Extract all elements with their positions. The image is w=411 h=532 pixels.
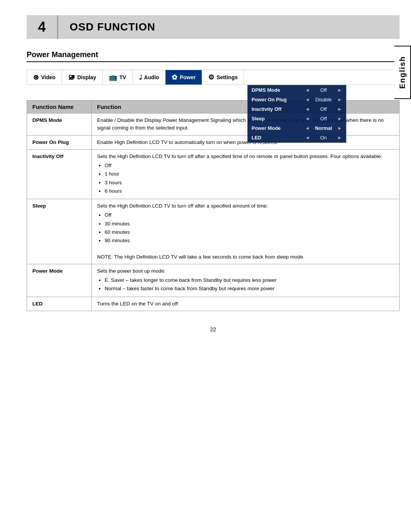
sleep-arrow-right[interactable]: ► [337, 116, 342, 121]
chapter-number: 4 [27, 15, 58, 39]
osd-menu-wrapper: ⊛ Video 🖳 Display 📺 TV ♩ Audio ✿ Power [27, 70, 400, 85]
power-menu-row-plug: Power On Plug ◄ Disable ► [248, 95, 346, 104]
video-icon: ⊛ [33, 73, 39, 81]
tab-display[interactable]: 🖳 Display [62, 70, 103, 85]
inactivity-arrow-right[interactable]: ► [337, 106, 342, 112]
inactivity-text: Sets the High Definition LCD TV to turn … [97, 153, 382, 159]
power-menu-row-led: LED ◄ On ► [248, 133, 346, 142]
mode-arrow-right[interactable]: ► [337, 125, 342, 131]
power-menu-row-inactivity: Inactivity Off ◄ Off ► [248, 104, 346, 114]
plug-arrow-right[interactable]: ► [337, 97, 342, 102]
power-menu-row-sleep: Sleep ◄ Off ► [248, 114, 346, 123]
tab-video[interactable]: ⊛ Video [27, 70, 62, 85]
plug-label: Power On Plug [252, 97, 305, 102]
table-row: Sleep Sets the High Definition LCD TV to… [27, 199, 400, 264]
tab-power[interactable]: ✿ Power [166, 70, 202, 85]
tv-icon: 📺 [109, 73, 117, 81]
list-item: 60 minutes [105, 228, 394, 236]
table-row: LED Turns the LED on the TV on and off [27, 297, 400, 311]
dpms-value: Off [312, 87, 335, 93]
row-name-mode: Power Mode [27, 264, 92, 297]
mode-list: E. Saver – takes longer to come back fro… [105, 276, 394, 293]
power-icon: ✿ [172, 73, 177, 81]
col-function-name: Function Name [27, 101, 92, 113]
inactivity-label: Inactivity Off [252, 106, 305, 112]
chapter-header: 4 OSD FUNCTION [27, 15, 400, 39]
settings-icon: ⚙ [208, 73, 214, 81]
list-item: 6 hours [105, 187, 394, 195]
list-item: Off [105, 211, 394, 219]
row-name-inactivity: Inactivity Off [27, 149, 92, 199]
plug-value: Disable [312, 97, 335, 102]
tab-audio-label: Audio [144, 74, 159, 80]
english-sidebar: English [394, 46, 411, 99]
sleep-arrow-left[interactable]: ◄ [305, 116, 310, 121]
row-name-sleep: Sleep [27, 199, 92, 264]
row-name-led: LED [27, 297, 92, 311]
list-item: E. Saver – takes longer to come back fro… [105, 276, 394, 284]
display-icon: 🖳 [68, 73, 75, 81]
sleep-note: NOTE: The High Definition LCD TV will ta… [97, 254, 304, 260]
mode-label: Power Mode [252, 125, 305, 131]
row-func-dpms: Enable / Disable the Display Power Manag… [92, 113, 400, 136]
row-func-plug: Enable High Definition LCD TV to automat… [92, 135, 400, 149]
page-number: 22 [27, 326, 400, 332]
led-arrow-right[interactable]: ► [337, 135, 342, 141]
table-row: Inactivity Off Sets the High Definition … [27, 149, 400, 199]
dpms-arrow-left[interactable]: ◄ [305, 87, 310, 93]
table-row: Power Mode Sets the power boot up mode: … [27, 264, 400, 297]
tab-audio[interactable]: ♩ Audio [133, 70, 166, 85]
mode-value: Normal [312, 125, 335, 131]
list-item: Off [105, 162, 394, 169]
mode-arrow-left[interactable]: ◄ [305, 125, 310, 131]
sleep-label: Sleep [252, 116, 305, 121]
section-title: Power Management [27, 50, 400, 62]
dpms-arrow-right[interactable]: ► [337, 87, 342, 93]
plug-arrow-left[interactable]: ◄ [305, 97, 310, 102]
tab-settings[interactable]: ⚙ Settings [202, 70, 244, 85]
list-item: 90 minutes [105, 237, 394, 244]
list-item: 30 minutes [105, 220, 394, 228]
tab-tv-label: TV [119, 74, 126, 80]
power-menu-row-dpms: DPMS Mode ◄ Off ► [248, 85, 346, 95]
tab-power-label: Power [180, 74, 196, 80]
inactivity-list: Off 1 hour 3 hours 6 hours [105, 162, 394, 195]
audio-icon: ♩ [139, 73, 142, 81]
led-label: LED [252, 135, 305, 141]
dpms-label: DPMS Mode [252, 87, 305, 93]
led-arrow-left[interactable]: ◄ [305, 135, 310, 141]
inactivity-value: Off [312, 106, 335, 112]
power-menu-row-mode: Power Mode ◄ Normal ► [248, 123, 346, 133]
list-item: 3 hours [105, 179, 394, 187]
list-item: 1 hour [105, 170, 394, 178]
row-name-plug: Power On Plug [27, 135, 92, 149]
led-value: On [312, 135, 335, 141]
row-func-sleep: Sets the High Definition LCD TV to turn … [92, 199, 400, 264]
tab-tv[interactable]: 📺 TV [103, 70, 133, 85]
tab-display-label: Display [77, 74, 96, 80]
chapter-title: OSD FUNCTION [58, 17, 167, 37]
sleep-text: Sets the High Definition LCD TV to turn … [97, 203, 268, 209]
inactivity-arrow-left[interactable]: ◄ [305, 106, 310, 112]
power-dropdown-menu: DPMS Mode ◄ Off ► Power On Plug ◄ Disabl… [247, 85, 346, 143]
row-func-led: Turns the LED on the TV on and off [92, 297, 400, 311]
sleep-value: Off [312, 116, 335, 121]
col-function: Function [92, 101, 400, 113]
mode-text: Sets the power boot up mode: [97, 268, 166, 274]
osd-menu: ⊛ Video 🖳 Display 📺 TV ♩ Audio ✿ Power [27, 70, 400, 85]
row-func-mode: Sets the power boot up mode: E. Saver – … [92, 264, 400, 297]
sleep-list: Off 30 minutes 60 minutes 90 minutes [105, 211, 394, 244]
row-func-inactivity: Sets the High Definition LCD TV to turn … [92, 149, 400, 199]
list-item: Normal – takes faster to come back from … [105, 285, 394, 292]
tab-settings-label: Settings [217, 74, 237, 80]
tab-video-label: Video [41, 74, 56, 80]
row-name-dpms: DPMS Mode [27, 113, 92, 136]
